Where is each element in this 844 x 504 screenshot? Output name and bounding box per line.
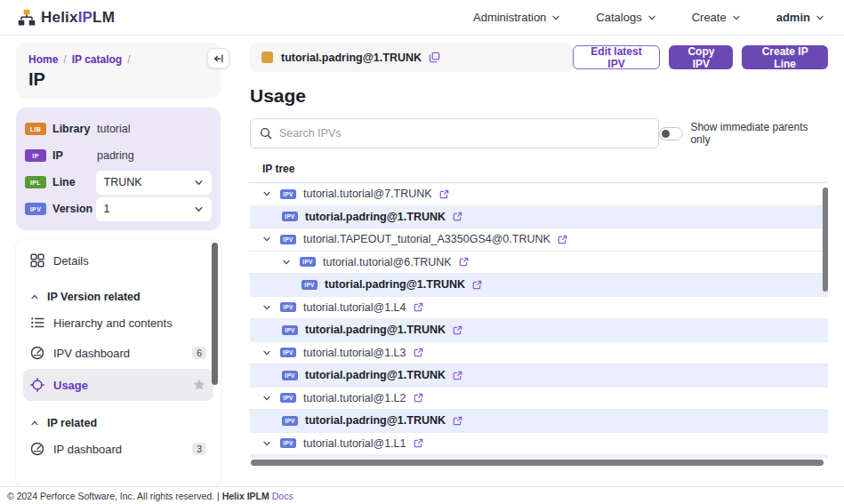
- horizontal-scrollbar-track: [250, 460, 828, 466]
- info-label: Version: [52, 203, 96, 215]
- product-name: Helix IPLM: [222, 491, 269, 501]
- collapse-sidebar-button[interactable]: [207, 48, 229, 68]
- breadcrumb-link-home[interactable]: Home: [28, 53, 58, 66]
- ipv-badge: IPV: [280, 348, 296, 357]
- external-link-icon[interactable]: [414, 438, 423, 448]
- edit-latest-ipv-button[interactable]: Edit latest IPV: [573, 45, 661, 69]
- breadcrumb-link-ip-catalog[interactable]: IP catalog: [72, 53, 122, 66]
- page-context-title: IP: [28, 69, 208, 90]
- info-select[interactable]: 1: [96, 197, 213, 221]
- tree-row[interactable]: IPV tutorial.padring@1.TRUNK: [250, 319, 828, 342]
- external-link-icon[interactable]: [439, 189, 449, 199]
- sidebar-nav-item[interactable]: Details: [23, 246, 213, 275]
- tree-vertical-scrollbar[interactable]: [823, 188, 828, 292]
- copy-icon[interactable]: [429, 52, 440, 63]
- tree-row[interactable]: IPV tutorial.padring@1.TRUNK: [250, 410, 828, 433]
- star-icon[interactable]: [192, 378, 206, 392]
- tree-row[interactable]: IPV tutorial.padring@1.TRUNK: [250, 364, 828, 388]
- external-link-icon[interactable]: [414, 302, 423, 312]
- action-buttons: Edit latest IPV Copy IPV Create IP Line: [573, 45, 828, 69]
- nav-item-label: IP dashboard: [53, 443, 192, 456]
- sidebar-nav-entry: IP related: [23, 412, 213, 435]
- nav-menu[interactable]: Administration: [473, 11, 560, 24]
- info-row: IPL Line TRUNK: [25, 169, 212, 196]
- search-box: [250, 118, 659, 148]
- nav-item-label: Details: [53, 254, 206, 268]
- docs-link[interactable]: Docs: [272, 491, 293, 501]
- nav-menu[interactable]: Create: [692, 11, 741, 24]
- breadcrumb: Home / IP catalog /: [28, 53, 208, 66]
- info-row: LIB Library tutorial: [25, 116, 212, 142]
- left-sidebar: Home / IP catalog / IP LIB Library tutor…: [0, 36, 236, 486]
- ipv-badge: IPV: [280, 438, 296, 448]
- chevron-down-icon[interactable]: [262, 348, 271, 357]
- page-title: Usage: [250, 85, 828, 107]
- tree-row[interactable]: IPV tutorial.tutorial@7.TRUNK: [250, 183, 828, 206]
- ipv-badge: IPV: [282, 325, 298, 335]
- external-link-icon[interactable]: [453, 371, 462, 380]
- sidebar-nav-item[interactable]: Usage: [23, 369, 213, 401]
- tree-row-label: tutorial.padring@1.TRUNK: [305, 369, 446, 381]
- info-label: IP: [52, 149, 97, 162]
- tree-row-label: tutorial.padring@1.TRUNK: [305, 324, 446, 336]
- tree-row[interactable]: IPV tutorial.padring@1.TRUNK: [250, 206, 828, 229]
- external-link-icon[interactable]: [459, 257, 469, 267]
- external-link-icon[interactable]: [453, 325, 462, 335]
- external-link-icon[interactable]: [453, 212, 462, 221]
- tree-row[interactable]: IPV tutorial.tutorial@6.TRUNK: [250, 252, 828, 275]
- sidebar-scrollbar[interactable]: [212, 243, 218, 385]
- external-link-icon[interactable]: [558, 235, 567, 244]
- chevron-up-icon: [30, 419, 39, 428]
- copy-ipv-button[interactable]: Copy IPV: [669, 45, 733, 69]
- nav-item-icon: [30, 378, 44, 392]
- toggle-label: Show immediate parents only: [690, 121, 828, 146]
- chevron-down-icon[interactable]: [262, 189, 271, 198]
- chevron-down-icon[interactable]: [262, 439, 271, 448]
- create-ip-line-button[interactable]: Create IP Line: [742, 45, 828, 69]
- sidebar-nav-item[interactable]: IPV dashboard 6: [23, 339, 213, 367]
- immediate-parents-toggle-group: Show immediate parents only: [659, 121, 828, 146]
- tree-row[interactable]: IPV tutorial.TAPEOUT_tutorial_A3350GS4@0…: [250, 228, 828, 252]
- app-footer: © 2024 Perforce Software, Inc. All right…: [0, 486, 844, 504]
- tree-row[interactable]: IPV tutorial.tutorial@1.L4: [250, 297, 828, 320]
- app-logo[interactable]: HelixIPLM: [18, 9, 115, 27]
- nav-menu[interactable]: admin: [776, 11, 824, 24]
- info-value: tutorial: [97, 123, 131, 135]
- info-row: IPV Version 1: [25, 196, 212, 222]
- sidebar-nav-item[interactable]: Hierarchy and contents: [23, 308, 213, 337]
- horizontal-scrollbar[interactable]: [251, 460, 824, 466]
- search-input[interactable]: [279, 127, 649, 140]
- chevron-down-icon: [551, 13, 560, 22]
- tree-row[interactable]: IPV tutorial.tutorial@1.L2: [250, 388, 828, 411]
- chevron-down-icon[interactable]: [262, 394, 271, 403]
- type-badge: LIB: [25, 123, 46, 135]
- external-link-icon[interactable]: [414, 348, 423, 357]
- external-link-icon[interactable]: [453, 416, 462, 426]
- chevron-down-icon: [194, 178, 204, 188]
- tree-row[interactable]: IPV tutorial.tutorial@1.L1: [250, 433, 828, 456]
- ipv-badge: IPV: [282, 212, 298, 221]
- sidebar-section-header[interactable]: IP related: [23, 412, 213, 435]
- select-value: TRUNK: [104, 176, 142, 188]
- sidebar-nav-entry: IP dashboard 3: [23, 435, 213, 463]
- external-link-icon[interactable]: [414, 393, 423, 403]
- nav-menu[interactable]: Catalogs: [596, 11, 655, 24]
- sidebar-nav-entry: Hierarchy and contents: [23, 308, 213, 337]
- breadcrumb-card: Home / IP catalog / IP: [16, 43, 221, 99]
- type-badge: IPV: [25, 203, 46, 215]
- sidebar-nav-item[interactable]: IP dashboard 3: [23, 435, 213, 463]
- ip-info-panel: LIB Library tutorial IP IP padring IPL: [16, 108, 221, 230]
- info-select[interactable]: TRUNK: [96, 171, 213, 195]
- ipv-badge: IPV: [280, 302, 296, 312]
- sidebar-section-header[interactable]: IP Version related: [23, 285, 213, 308]
- chevron-down-icon[interactable]: [262, 235, 271, 244]
- chevron-down-icon[interactable]: [262, 303, 271, 312]
- app-logo-text: HelixIPLM: [41, 9, 115, 27]
- tree-row[interactable]: IPV tutorial.tutorial@1.L3: [250, 342, 828, 365]
- tree-row-label: tutorial.TAPEOUT_tutorial_A3350GS4@0.TRU…: [303, 233, 551, 245]
- tree-row[interactable]: IPV tutorial.padring@1.TRUNK: [250, 274, 828, 297]
- nav-menu-label: Catalogs: [596, 11, 641, 24]
- chevron-down-icon[interactable]: [282, 258, 291, 267]
- external-link-icon[interactable]: [472, 280, 482, 290]
- immediate-parents-toggle[interactable]: [659, 127, 683, 140]
